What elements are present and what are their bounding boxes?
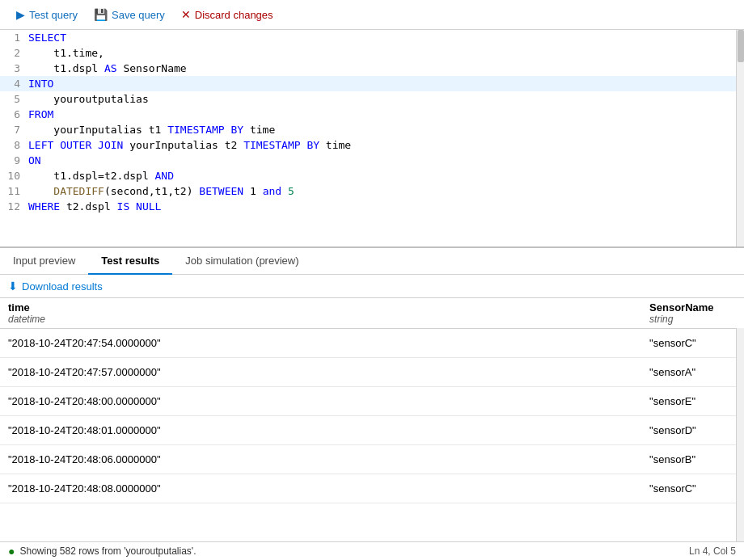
tabs-bar: Input previewTest resultsJob simulation …	[0, 248, 744, 275]
cell-time: "2018-10-24T20:47:54.0000000"	[0, 329, 641, 358]
column-header-sensorname: SensorName string	[641, 298, 744, 329]
line-content: t1.dspl AS SensorName	[28, 61, 744, 76]
tab-test-results[interactable]: Test results	[88, 248, 172, 275]
code-line-2: 2 t1.time,	[0, 45, 744, 61]
col-time-type: datetime	[8, 314, 633, 325]
line-content: ON	[28, 153, 744, 168]
line-number: 2	[0, 45, 28, 61]
cell-sensorname: "sensorB"	[641, 445, 744, 474]
line-number: 3	[0, 61, 28, 76]
code-line-10: 10 t1.dspl=t2.dspl AND	[0, 168, 744, 183]
status-message: Showing 582 rows from 'youroutputalias'.	[19, 545, 196, 557]
results-toolbar: ⬇ Download results	[0, 275, 744, 298]
save-query-label: Save query	[112, 9, 165, 21]
line-number: 9	[0, 153, 28, 168]
cell-time: "2018-10-24T20:48:01.0000000"	[0, 416, 641, 445]
table-row: "2018-10-24T20:47:54.0000000""sensorC"	[0, 329, 744, 358]
line-content: WHERE t2.dspl IS NULL	[28, 199, 744, 214]
test-query-label: Test query	[29, 9, 78, 21]
cell-sensorname: "sensorD"	[641, 416, 744, 445]
line-number: 1	[0, 30, 28, 45]
cell-sensorname: "sensorC"	[641, 474, 744, 503]
code-line-7: 7 yourInputalias t1 TIMESTAMP BY time	[0, 122, 744, 137]
code-line-5: 5 youroutputalias	[0, 91, 744, 107]
col-sensor-type: string	[649, 314, 736, 325]
line-number: 7	[0, 122, 28, 137]
line-content: SELECT	[28, 30, 744, 45]
cell-sensorname: "sensorE"	[641, 387, 744, 416]
cell-time: "2018-10-24T20:48:08.0000000"	[0, 474, 641, 503]
test-query-button[interactable]: ▶ Test query	[8, 5, 86, 24]
status-bar: ● Showing 582 rows from 'youroutputalias…	[0, 541, 744, 560]
status-position: Ln 4, Col 5	[689, 545, 736, 557]
table-row: "2018-10-24T20:48:00.0000000""sensorE"	[0, 387, 744, 416]
results-area: ⬇ Download results time datetime SensorN…	[0, 275, 744, 541]
table-body: "2018-10-24T20:47:54.0000000""sensorC""2…	[0, 329, 744, 503]
discard-changes-label: Discard changes	[195, 9, 273, 21]
line-content: yourInputalias t1 TIMESTAMP BY time	[28, 122, 744, 137]
cell-time: "2018-10-24T20:47:57.0000000"	[0, 358, 641, 387]
results-table-wrapper[interactable]: time datetime SensorName string "2018-10…	[0, 298, 744, 541]
status-left: ● Showing 582 rows from 'youroutputalias…	[8, 545, 197, 558]
save-icon: 💾	[94, 8, 108, 21]
code-line-1: 1SELECT	[0, 30, 744, 45]
play-icon: ▶	[16, 8, 25, 21]
cell-sensorname: "sensorA"	[641, 358, 744, 387]
table-scrollbar[interactable]	[736, 298, 744, 541]
code-line-9: 9ON	[0, 153, 744, 168]
code-editor[interactable]: 1SELECT2 t1.time,3 t1.dspl AS SensorName…	[0, 30, 744, 248]
download-results-label: Download results	[22, 280, 103, 293]
editor-scrollbar-thumb	[738, 30, 744, 62]
line-content: FROM	[28, 107, 744, 122]
cell-sensorname: "sensorC"	[641, 329, 744, 358]
discard-changes-button[interactable]: ✕ Discard changes	[173, 5, 281, 24]
col-sensor-name: SensorName	[649, 301, 736, 314]
cell-time: "2018-10-24T20:48:06.0000000"	[0, 445, 641, 474]
column-header-time: time datetime	[0, 298, 641, 329]
save-query-button[interactable]: 💾 Save query	[86, 5, 173, 24]
editor-scrollbar[interactable]	[736, 30, 744, 246]
code-line-6: 6FROM	[0, 107, 744, 122]
table-row: "2018-10-24T20:48:01.0000000""sensorD"	[0, 416, 744, 445]
table-row: "2018-10-24T20:47:57.0000000""sensorA"	[0, 358, 744, 387]
line-number: 8	[0, 137, 28, 153]
line-content: t1.time,	[28, 45, 744, 61]
toolbar: ▶ Test query 💾 Save query ✕ Discard chan…	[0, 0, 744, 30]
tab-input-preview[interactable]: Input preview	[0, 248, 88, 275]
tab-job-simulation[interactable]: Job simulation (preview)	[172, 248, 311, 275]
line-number: 6	[0, 107, 28, 122]
line-content: LEFT OUTER JOIN yourInputalias t2 TIMEST…	[28, 137, 744, 153]
line-content: youroutputalias	[28, 91, 744, 107]
cell-time: "2018-10-24T20:48:00.0000000"	[0, 387, 641, 416]
close-icon: ✕	[181, 8, 191, 21]
line-number: 5	[0, 91, 28, 107]
line-content: DATEDIFF(second,t1,t2) BETWEEN 1 and 5	[28, 183, 744, 199]
line-content: t1.dspl=t2.dspl AND	[28, 168, 744, 183]
status-success-icon: ●	[8, 545, 15, 558]
line-content: INTO	[28, 76, 744, 91]
line-number: 12	[0, 199, 28, 214]
code-line-4: 4INTO	[0, 76, 744, 91]
table-row: "2018-10-24T20:48:08.0000000""sensorC"	[0, 474, 744, 503]
code-line-11: 11 DATEDIFF(second,t1,t2) BETWEEN 1 and …	[0, 183, 744, 199]
download-results-button[interactable]: ⬇ Download results	[8, 280, 103, 293]
table-row: "2018-10-24T20:48:06.0000000""sensorB"	[0, 445, 744, 474]
line-number: 11	[0, 183, 28, 199]
code-line-12: 12WHERE t2.dspl IS NULL	[0, 199, 744, 214]
table-header: time datetime SensorName string	[0, 298, 744, 329]
line-number: 4	[0, 76, 28, 91]
code-line-3: 3 t1.dspl AS SensorName	[0, 61, 744, 76]
results-table: time datetime SensorName string "2018-10…	[0, 298, 744, 503]
col-time-name: time	[8, 301, 633, 314]
code-line-8: 8LEFT OUTER JOIN yourInputalias t2 TIMES…	[0, 137, 744, 153]
download-icon: ⬇	[8, 280, 18, 293]
line-number: 10	[0, 168, 28, 183]
